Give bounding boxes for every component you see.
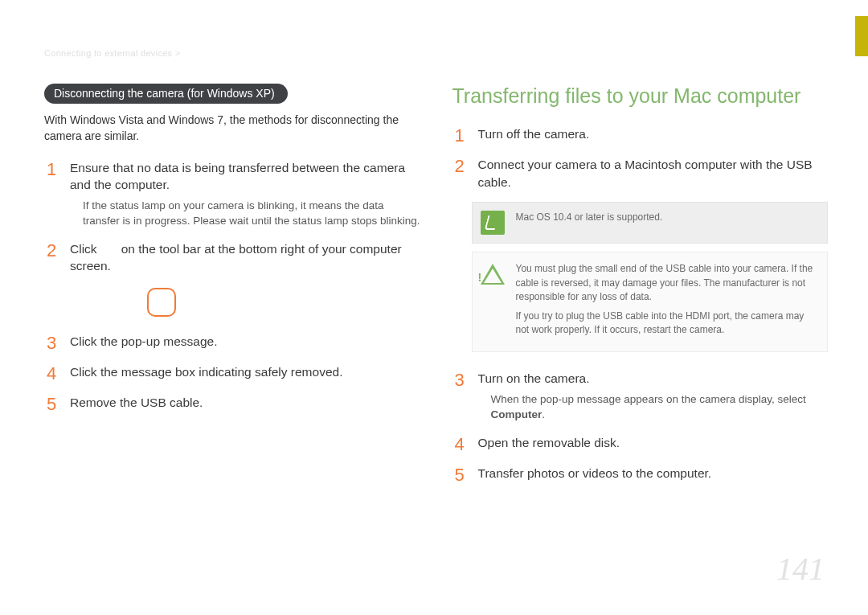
step-number: 5 [44,394,59,413]
step-text: Connect your camera to a Macintosh compu… [478,156,829,191]
sub-prefix: When the pop-up message appears on the c… [491,393,806,405]
intro-text: With Windows Vista and Windows 7, the me… [44,112,420,145]
step-4: 4 Click the message box indicating safel… [44,363,420,383]
step-number: 1 [44,159,59,229]
section-heading: Transferring files to your Mac computer [452,84,829,108]
step-text: Open the removable disk. [478,434,620,453]
left-column: Disconnecting the camera (for Windows XP… [44,84,420,495]
step-4: 4 Open the removable disk. [452,434,829,453]
step-number: 4 [452,434,467,453]
note-box: Mac OS 10.4 or later is supported. [472,202,829,244]
step-text: Turn on the camera. [478,371,590,385]
warning-line-1: You must plug the small end of the USB c… [516,262,817,304]
step-1: 1 Ensure that no data is being transferr… [44,159,420,229]
toolbar-icon-placeholder [100,242,118,256]
page-number: 141 [776,550,825,588]
section-color-tab [855,16,868,56]
step-text: Transfer photos or videos to the compute… [478,465,712,484]
warning-line-2: If you try to plug the USB cable into th… [516,310,817,338]
step-body: Ensure that no data is being transferred… [70,159,420,229]
two-column-layout: Disconnecting the camera (for Windows XP… [44,84,828,495]
callout-icon-slot [44,286,420,318]
step-number: 2 [44,240,59,275]
step-text: Remove the USB cable. [70,394,203,413]
breadcrumb: Connecting to external devices > [44,48,828,58]
subsection-pill: Disconnecting the camera (for Windows XP… [44,84,288,104]
step-text-prefix: Click [70,242,100,256]
warning-box: ! You must plug the small end of the USB… [472,252,829,352]
warning-triangle-icon: ! [481,262,505,286]
step-text: Click the message box indicating safely … [70,363,342,383]
step-number: 4 [44,363,59,383]
step-subtext: If the status lamp on your camera is bli… [70,199,420,229]
pen-note-icon [481,211,505,235]
sub-bold: Computer [491,408,542,420]
rounded-square-icon [147,288,176,317]
step-body: Click on the tool bar at the bottom righ… [70,240,420,275]
step-number: 3 [452,370,467,422]
step-2: 2 Click on the tool bar at the bottom ri… [44,240,420,275]
step-number: 2 [452,156,467,191]
step-number: 1 [452,125,467,145]
step-text-suffix: on the tool bar at the bottom right of y… [70,242,402,273]
warning-text: You must plug the small end of the USB c… [516,262,817,342]
step-3: 3 Click the pop-up message. [44,333,420,352]
note-text: Mac OS 10.4 or later is supported. [516,211,663,224]
step-text: Ensure that no data is being transferred… [70,161,405,192]
step-5: 5 Remove the USB cable. [44,394,420,413]
step-5: 5 Transfer photos or videos to the compu… [452,465,829,484]
step-text: Turn off the camera. [478,125,590,145]
sub-suffix: . [542,408,545,420]
step-subtext: When the pop-up message appears on the c… [478,392,829,423]
step-number: 5 [452,465,467,484]
step-3: 3 Turn on the camera. When the pop-up me… [452,370,829,422]
step-text: Click the pop-up message. [70,333,218,352]
step-1: 1 Turn off the camera. [452,125,829,145]
page: Connecting to external devices > Disconn… [0,0,868,615]
step-number: 3 [44,333,59,352]
step-body: Turn on the camera. When the pop-up mess… [478,370,829,422]
right-column: Transferring files to your Mac computer … [452,84,829,495]
step-2: 2 Connect your camera to a Macintosh com… [452,156,829,191]
